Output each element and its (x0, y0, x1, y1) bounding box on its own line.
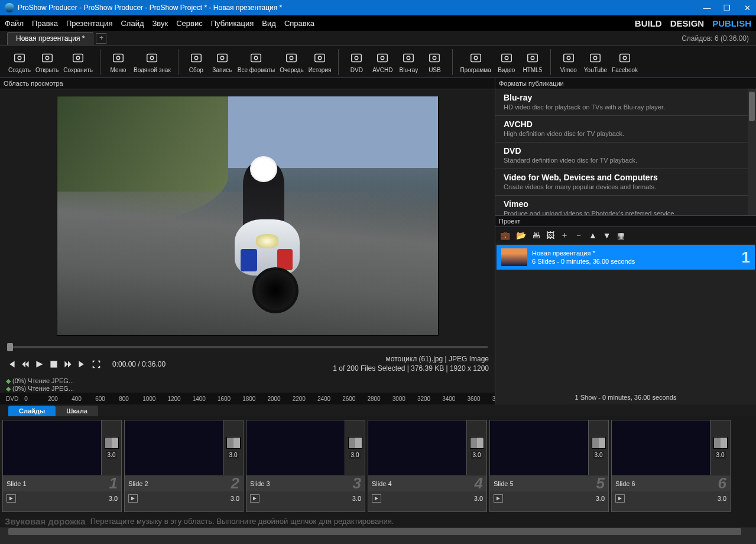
toolbar-usb[interactable]: USB (421, 50, 447, 73)
slide-play-icon[interactable] (372, 494, 381, 503)
slides-strip[interactable]: 3.0Slide 113.03.0Slide 223.03.0Slide 333… (0, 416, 756, 514)
move-up-icon[interactable]: ▲ (589, 231, 597, 240)
template-icon[interactable]: 🖼 (546, 231, 554, 240)
transition-button[interactable]: 3.0 (710, 420, 730, 475)
window-titlebar: ProShow Producer - ProShow Producer - Pr… (0, 0, 756, 15)
toolbar-создать[interactable]: Создать (6, 50, 33, 73)
format-item[interactable]: Blu-rayHD video disc for playback on TVs… (495, 89, 756, 116)
play-button[interactable] (34, 359, 45, 370)
mode-publish[interactable]: PUBLISH (712, 18, 751, 28)
tab-scale[interactable]: Шкала (56, 406, 98, 416)
toolbar-icon (561, 50, 576, 66)
move-down-icon[interactable]: ▼ (603, 231, 611, 240)
menu-help[interactable]: Справка (284, 19, 314, 28)
toolbar-меню[interactable]: Меню (105, 50, 131, 73)
slide-play-icon[interactable] (7, 494, 16, 503)
toolbar-dvd[interactable]: DVD (343, 50, 369, 73)
slide-thumbnail (368, 420, 466, 475)
svg-rect-16 (287, 54, 297, 62)
open-folder-icon[interactable]: 📂 (516, 231, 526, 240)
preview-title: Область просмотра (0, 78, 495, 89)
toolbar-blu-ray[interactable]: Blu-ray (395, 50, 421, 73)
transition-button[interactable]: 3.0 (223, 420, 243, 475)
menu-view[interactable]: Вид (262, 19, 276, 28)
format-item[interactable]: AVCHDHigh definition video disc for TV p… (495, 116, 756, 143)
slide-name: Slide 6 (615, 480, 718, 487)
add-icon[interactable]: ＋ (560, 230, 569, 241)
toolbar-vimeo[interactable]: Vimeo (556, 50, 582, 73)
mode-build[interactable]: BUILD (635, 18, 662, 28)
slide-card[interactable]: 3.0Slide 113.0 (2, 420, 122, 512)
formats-scrollbar[interactable] (748, 89, 756, 215)
transition-button[interactable]: 3.0 (466, 420, 486, 475)
menu-slide[interactable]: Слайд (121, 19, 144, 28)
preview-area[interactable] (0, 89, 495, 342)
project-show-item[interactable]: Новая презентация * 6 Slides - 0 minutes… (497, 245, 755, 270)
toolbar-сбор[interactable]: Сбор (183, 50, 209, 73)
transition-button[interactable]: 3.0 (588, 420, 608, 475)
toolbar-очередь[interactable]: Очередь (277, 50, 306, 73)
toolbar-avchd[interactable]: AVCHD (369, 50, 395, 73)
slide-card[interactable]: 3.0Slide 553.0 (489, 420, 609, 512)
menu-edit[interactable]: Правка (32, 19, 58, 28)
toolbar-html5[interactable]: HTML5 (520, 50, 546, 73)
first-button[interactable] (6, 359, 17, 370)
menu-service[interactable]: Сервис (176, 19, 203, 28)
timeline-scrubber[interactable] (0, 342, 495, 352)
slide-duration: 3.0 (596, 495, 605, 502)
last-button[interactable] (77, 359, 87, 370)
slide-play-icon[interactable] (128, 494, 138, 503)
menu-presentation[interactable]: Презентация (66, 19, 113, 28)
toolbar-видео[interactable]: Видео (494, 50, 520, 73)
format-item[interactable]: DVDStandard definition video disc for TV… (495, 143, 756, 169)
slide-play-icon[interactable] (615, 494, 625, 503)
remove-icon[interactable]: － (575, 230, 583, 241)
new-tab-button[interactable]: + (96, 33, 106, 44)
svg-rect-40 (50, 361, 57, 367)
save-icon[interactable]: 🖶 (532, 231, 540, 240)
toolbar-facebook[interactable]: Facebook (609, 50, 640, 73)
menu-file[interactable]: Файл (5, 19, 24, 28)
svg-point-15 (255, 56, 258, 60)
toolbar-youtube[interactable]: YouTube (582, 50, 609, 73)
slide-card[interactable]: 3.0Slide 223.0 (124, 420, 244, 512)
toolbar-история[interactable]: История (306, 50, 334, 73)
maximize-button[interactable]: ❐ (723, 4, 731, 12)
close-button[interactable]: ✕ (743, 4, 751, 12)
tab-slides[interactable]: Слайды (8, 406, 56, 416)
slide-card[interactable]: 3.0Slide 333.0 (246, 420, 365, 512)
format-item[interactable]: VimeoProduce and upload videos to Photod… (495, 196, 756, 216)
rewind-button[interactable] (20, 359, 31, 370)
svg-point-33 (531, 56, 534, 60)
svg-point-39 (623, 56, 627, 60)
fullscreen-button[interactable] (91, 359, 102, 370)
transition-button[interactable]: 3.0 (345, 420, 365, 475)
mode-design[interactable]: DESIGN (670, 18, 705, 28)
audio-track[interactable]: Звуковая дорожка Перетащите музыку в эту… (0, 514, 756, 527)
show-title: Новая презентация * (532, 249, 742, 257)
slide-play-icon[interactable] (250, 494, 259, 503)
dvd-ruler[interactable]: DVD 020040060080010001200140016001800200… (0, 393, 495, 404)
grid-icon[interactable]: ▦ (617, 231, 625, 240)
document-tab-active[interactable]: Новая презентация * (7, 32, 93, 45)
toolbar-водяной знак[interactable]: Водяной знак (131, 50, 173, 73)
stop-button[interactable] (48, 359, 59, 370)
minimize-button[interactable]: — (703, 4, 711, 12)
toolbar-сохранить[interactable]: Сохранить (61, 50, 95, 73)
slide-play-icon[interactable] (494, 494, 503, 503)
menu-publish[interactable]: Публикация (211, 19, 254, 28)
slide-card[interactable]: 3.0Slide 443.0 (368, 420, 487, 512)
toolbar-открыть[interactable]: Открыть (33, 50, 61, 73)
transition-button[interactable]: 3.0 (101, 420, 121, 475)
toolbar-программа[interactable]: Программа (458, 50, 493, 73)
forward-button[interactable] (63, 359, 73, 370)
slide-card[interactable]: 3.0Slide 663.0 (611, 420, 731, 512)
horizontal-scrollbar[interactable] (0, 527, 756, 536)
toolbar-запись[interactable]: Запись (209, 50, 235, 73)
toolbar-все форматы[interactable]: Все форматы (235, 50, 277, 73)
slide-number: 5 (596, 474, 605, 493)
svg-rect-0 (15, 54, 25, 62)
briefcase-icon[interactable]: 💼 (500, 231, 510, 240)
menu-sound[interactable]: Звук (152, 19, 168, 28)
format-item[interactable]: Video for Web, Devices and ComputersCrea… (495, 169, 756, 196)
